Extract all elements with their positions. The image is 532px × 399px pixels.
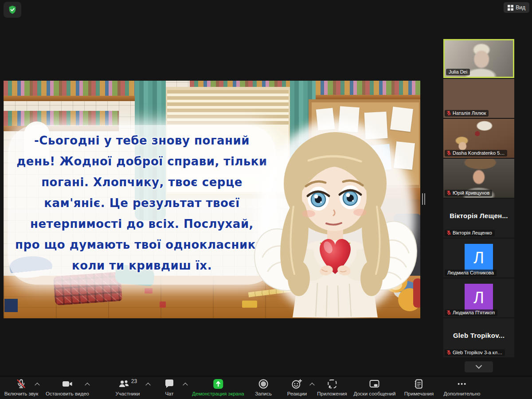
whiteboard-icon [369, 379, 380, 389]
speech-bubble-text: -Сьогодні у тебе знову поганий день! Жод… [8, 130, 276, 276]
mic-muted-icon [446, 110, 451, 116]
scroll-participants-button[interactable] [465, 361, 493, 372]
reactions-icon [291, 379, 303, 389]
chat-options-chevron[interactable] [184, 382, 188, 386]
notes-icon [414, 379, 424, 389]
reactions-button[interactable]: Реакции [287, 379, 307, 396]
participant-name-label: Людмила Сотникова [445, 270, 497, 276]
video-options-chevron[interactable] [86, 382, 90, 386]
slide-toy-block [160, 301, 166, 308]
more-icon [457, 379, 467, 389]
apps-button[interactable]: Приложения [317, 379, 347, 396]
mic-muted-icon [16, 379, 27, 389]
chat-label: Чат [165, 391, 173, 396]
share-screen-button[interactable]: Демонстрация экрана [192, 379, 244, 396]
chevron-down-icon [476, 365, 482, 369]
security-shield-button[interactable] [4, 2, 21, 18]
participant-tile-yurii-kryvtsunov[interactable]: Юрій Кривцунов [443, 159, 514, 198]
stop-video-button[interactable]: Остановить видео [46, 379, 89, 396]
mic-muted-icon [446, 350, 451, 355]
camera-icon [62, 379, 73, 389]
slide-toy-block [145, 288, 153, 293]
view-button[interactable]: Вид [504, 2, 529, 13]
chat-icon [164, 379, 175, 389]
reactions-options-chevron[interactable] [310, 382, 314, 386]
angel-girl-illustration [251, 109, 420, 318]
unmute-label: Включить звук [4, 391, 39, 396]
participant-tile-dasha-kondratenko[interactable]: Dasha Kondratenko 5… [443, 119, 514, 158]
apps-label: Приложения [317, 391, 347, 396]
participants-options-chevron[interactable] [146, 382, 150, 386]
slide-shelf [4, 81, 137, 101]
participant-tile-julia-dei[interactable]: Julia Dei [443, 39, 514, 78]
more-button[interactable]: Дополнительно [444, 379, 481, 396]
zoom-meeting-window: Вид [0, 0, 532, 399]
mic-muted-icon [446, 190, 451, 196]
participant-name-label: Юрій Кривцунов [445, 190, 492, 196]
participant-name-label: Julia Dei [446, 69, 470, 75]
chat-button[interactable]: Чат [164, 379, 175, 396]
avatar: Л [465, 244, 493, 272]
speech-bubble: -Сьогодні у тебе знову поганий день! Жод… [8, 125, 276, 285]
participant-name-label: Dasha Kondratenko 5… [445, 150, 507, 156]
mic-muted-icon [446, 230, 451, 235]
participants-icon: 23 [118, 379, 137, 389]
view-button-label: Вид [516, 4, 525, 11]
grid-view-icon [508, 5, 513, 11]
participant-tile-liudmyla-sotnykova[interactable]: Л Людмила Сотникова [443, 239, 514, 278]
whiteboards-button[interactable]: Доски сообщений [354, 379, 396, 396]
participant-tile-viktoria-leshchenko[interactable]: Вікторія Лещен... Вікторія Лещенко [443, 199, 514, 238]
share-screen-label: Демонстрация экрана [192, 391, 244, 396]
unmute-button[interactable]: Включить звук [4, 379, 39, 396]
participant-tile-liudmyla-piatykop[interactable]: Л Людмила П'ятикоп [443, 278, 514, 317]
whiteboards-label: Доски сообщений [354, 391, 396, 396]
participant-name-label: Gleb Tropikov 3-а кл… [445, 349, 505, 356]
participants-strip: Julia Dei Наталія Лялюк Dasha Kondratenk… [443, 39, 514, 358]
participant-display-name: Вікторія Лещен... [443, 212, 514, 219]
record-label: Запись [255, 391, 272, 396]
notes-button[interactable]: Примечания [404, 379, 434, 396]
participant-tile-natalia-lialiuk[interactable]: Наталія Лялюк [443, 79, 514, 118]
meeting-toolbar: Включить звук Остановить видео 23 Участн… [0, 376, 532, 399]
participants-button[interactable]: 23 Участники [116, 379, 140, 396]
participant-tile-gleb-tropikov[interactable]: Gleb Tropikov... Gleb Tropikov 3-а кл… [443, 318, 514, 357]
mic-muted-icon [446, 150, 451, 156]
shared-screen-slide: -Сьогодні у тебе знову поганий день! Жод… [4, 81, 420, 318]
participants-count: 23 [131, 378, 137, 384]
apps-icon [327, 379, 337, 389]
notes-label: Примечания [404, 391, 434, 396]
shield-check-icon [8, 5, 17, 15]
participant-name-label: Наталія Лялюк [445, 110, 489, 117]
participants-label: Участники [116, 391, 140, 396]
mic-muted-icon [446, 310, 451, 315]
stop-video-label: Остановить видео [46, 391, 89, 396]
participant-display-name: Gleb Tropikov... [443, 332, 514, 339]
audio-options-chevron[interactable] [35, 382, 39, 386]
reactions-label: Реакции [287, 391, 307, 396]
participant-name-label: Вікторія Лещенко [445, 230, 495, 236]
share-screen-icon [213, 379, 223, 389]
panel-resize-handle[interactable] [422, 193, 426, 205]
avatar: Л [465, 284, 493, 312]
record-button[interactable]: Запись [255, 379, 272, 396]
slide-navy-object [4, 299, 18, 312]
participant-name-label: Людмила П'ятикоп [445, 309, 497, 316]
record-icon [258, 379, 269, 389]
more-label: Дополнительно [444, 391, 481, 396]
